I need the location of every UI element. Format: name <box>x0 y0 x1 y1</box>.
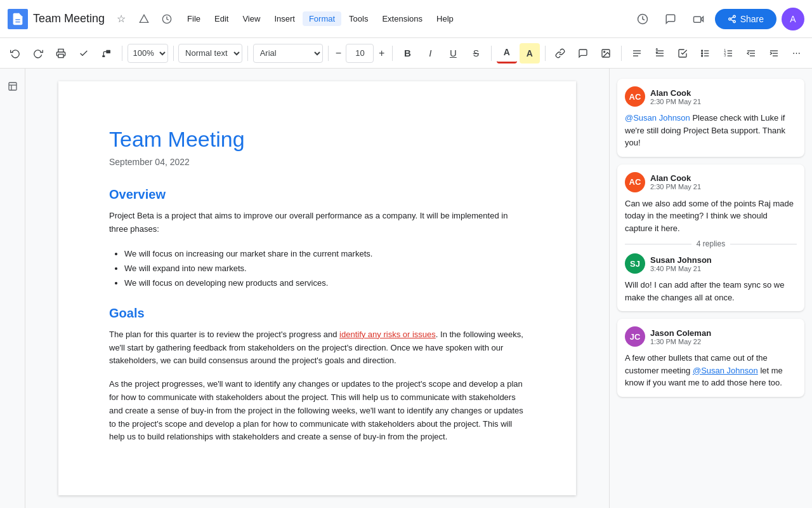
document-page: Team Meeting September 04, 2022 Overview… <box>58 81 576 495</box>
style-select[interactable]: Normal text Heading 1 Heading 2 Heading … <box>178 44 242 63</box>
title-bar: Team Meeting ☆ File Edit View Insert For… <box>0 0 812 38</box>
comment-card-1: AC Alan Cook 2:30 PM May 21 @Susan Johns… <box>617 79 804 157</box>
comment-card-2: AC Alan Cook 2:30 PM May 21 Can we also … <box>617 164 804 312</box>
list-item-2: We will expand into new markets. <box>124 261 525 276</box>
insert-link-button[interactable] <box>550 43 570 64</box>
toolbar-divider-2 <box>173 46 174 61</box>
bold-button[interactable]: B <box>397 43 417 64</box>
more-options-button[interactable]: ⋯ <box>787 43 807 64</box>
document-status-button[interactable] <box>158 10 176 28</box>
bullet-list-button[interactable] <box>695 43 716 64</box>
comment-text-1: @Susan Johnson Please check with Luke if… <box>625 112 797 149</box>
svg-point-7 <box>733 15 735 18</box>
zoom-select[interactable]: 100% 75% 125% <box>128 44 168 63</box>
font-size-input[interactable] <box>346 44 374 63</box>
highlight-button[interactable]: A <box>520 43 540 64</box>
svg-point-8 <box>728 18 731 20</box>
meet-button[interactable] <box>687 8 710 30</box>
font-size-decrease[interactable]: − <box>333 44 343 63</box>
comment-meta-2: Alan Cook 2:30 PM May 21 <box>650 173 797 190</box>
indent-more-button[interactable] <box>764 43 784 64</box>
menu-tools[interactable]: Tools <box>343 11 374 26</box>
goals-paragraph-2: As the project progresses, we'll want to… <box>109 378 525 444</box>
menu-file[interactable]: File <box>181 11 207 26</box>
indent-less-button[interactable] <box>741 43 761 64</box>
last-edit-button[interactable] <box>631 8 654 30</box>
toolbar-divider-6 <box>491 46 492 61</box>
redo-button[interactable] <box>28 43 48 64</box>
menu-bar: File Edit View Insert Format Tools Exten… <box>181 11 460 26</box>
document-area[interactable]: Team Meeting September 04, 2022 Overview… <box>25 69 609 508</box>
avatar-initials: A <box>790 14 796 24</box>
comment-author-1: Alan Cook <box>650 88 797 98</box>
reply-meta-1: Susan Johnson 3:40 PM May 21 <box>650 255 797 272</box>
goals-heading: Goals <box>109 306 525 321</box>
font-size-increase[interactable]: + <box>376 44 386 63</box>
overview-text: Project Beta is a project that aims to i… <box>109 211 508 234</box>
svg-point-25 <box>702 53 703 54</box>
goals-paragraph-1: The plan for this quarter is to review t… <box>109 328 525 368</box>
menu-help[interactable]: Help <box>430 11 460 26</box>
svg-rect-12 <box>58 54 63 57</box>
move-to-drive-button[interactable] <box>135 10 153 28</box>
comments-button[interactable] <box>659 8 682 30</box>
comment-text-3: A few other bullets that came out of the… <box>625 352 797 389</box>
star-button[interactable]: ☆ <box>112 10 130 28</box>
svg-point-26 <box>702 55 703 57</box>
overview-paragraph: Project Beta is a project that aims to i… <box>109 210 525 236</box>
comment-avatar-1: AC <box>625 86 645 107</box>
strikethrough-button[interactable]: S <box>466 43 486 64</box>
numbered-list-button[interactable]: 123 <box>718 43 738 64</box>
text-color-button[interactable]: A <box>497 43 517 64</box>
toolbar-divider-5 <box>392 46 393 61</box>
replies-count: 4 replies <box>697 239 725 248</box>
paint-format-button[interactable] <box>96 43 117 64</box>
italic-button[interactable]: I <box>420 43 440 64</box>
menu-format[interactable]: Format <box>303 11 341 26</box>
svg-point-24 <box>702 50 703 51</box>
menu-insert[interactable]: Insert <box>268 11 301 26</box>
overview-heading: Overview <box>109 187 525 202</box>
font-select[interactable]: Arial Times New Roman Verdana <box>253 44 323 63</box>
comment-author-3: Jason Coleman <box>650 328 797 338</box>
menu-extensions[interactable]: Extensions <box>376 11 429 26</box>
checklist-button[interactable] <box>672 43 693 64</box>
line-spacing-button[interactable] <box>650 43 670 64</box>
replies-divider: 4 replies <box>625 239 797 248</box>
svg-text:3: 3 <box>724 53 726 57</box>
list-item-3: We will focus on developing new products… <box>124 276 525 290</box>
toolbar-divider-3 <box>247 46 248 61</box>
sidebar-toggle <box>0 69 25 508</box>
print-button[interactable] <box>51 43 71 64</box>
goals-text-before: The plan for this quarter is to review t… <box>109 330 339 339</box>
toggle-outline-button[interactable] <box>3 76 23 97</box>
toolbar-divider-4 <box>328 46 329 61</box>
svg-point-14 <box>604 51 605 52</box>
comment-meta-1: Alan Cook 2:30 PM May 21 <box>650 88 797 105</box>
goals-highlight: identify any risks or issues <box>339 330 436 339</box>
add-comment-button[interactable] <box>573 43 593 64</box>
spellcheck-button[interactable] <box>74 43 94 64</box>
underline-button[interactable]: U <box>443 43 463 64</box>
menu-view[interactable]: View <box>236 11 266 26</box>
share-button[interactable]: Share <box>715 9 776 29</box>
svg-point-9 <box>733 20 735 23</box>
comment-time-3: 1:30 PM May 22 <box>650 338 797 345</box>
app-icon <box>8 9 28 29</box>
comment-author-2: Alan Cook <box>650 173 797 183</box>
comment-header-2: AC Alan Cook 2:30 PM May 21 <box>625 172 797 192</box>
svg-line-10 <box>731 19 733 20</box>
insert-image-button[interactable] <box>596 43 616 64</box>
toolbar-divider-7 <box>545 46 546 61</box>
share-label: Share <box>740 14 764 24</box>
menu-edit[interactable]: Edit <box>208 11 235 26</box>
reply-text-1: Will do! I can add after the team sync s… <box>625 279 797 304</box>
title-right: Share A <box>631 8 804 30</box>
toolbar: 100% 75% 125% Normal text Heading 1 Head… <box>0 38 812 69</box>
toolbar-divider-1 <box>122 46 122 61</box>
align-button[interactable] <box>627 43 647 64</box>
comment-mention-1: @Susan Johnson <box>625 113 690 123</box>
undo-button[interactable] <box>5 43 25 64</box>
user-avatar[interactable]: A <box>782 8 804 30</box>
comment-card-3: JC Jason Coleman 1:30 PM May 22 A few ot… <box>617 319 804 397</box>
